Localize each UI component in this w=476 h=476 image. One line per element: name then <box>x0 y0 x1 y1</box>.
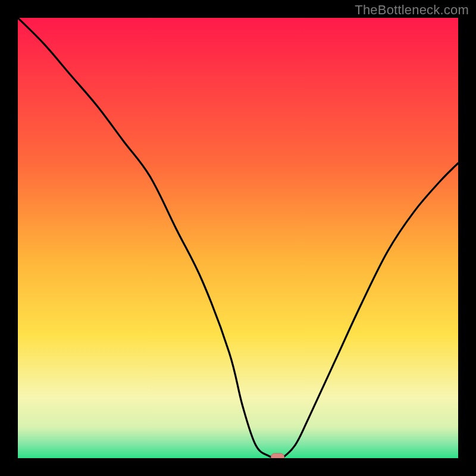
plot-area <box>18 18 458 458</box>
gradient-background <box>18 18 458 458</box>
chart-frame: TheBottleneck.com <box>0 0 476 476</box>
watermark-text: TheBottleneck.com <box>355 2 469 18</box>
bottleneck-chart <box>18 18 458 458</box>
optimum-marker <box>271 453 284 458</box>
